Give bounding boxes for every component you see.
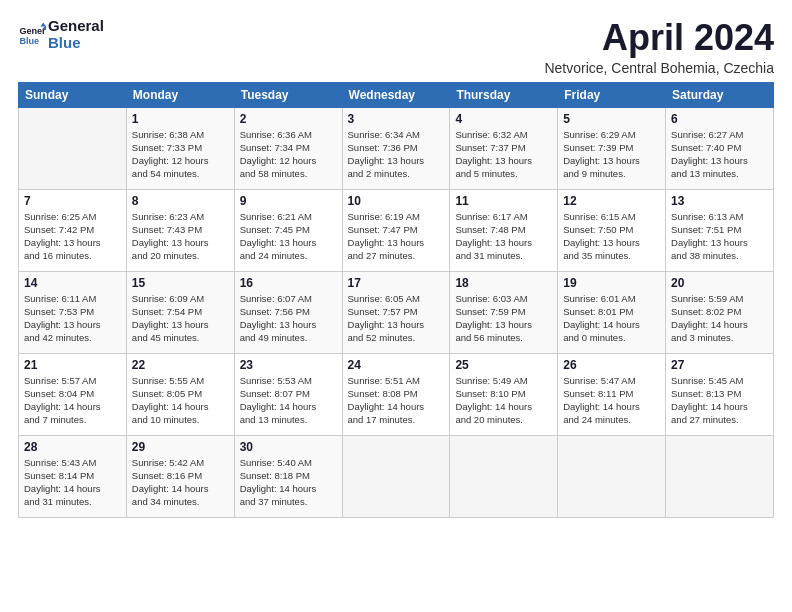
day-number: 28 — [24, 440, 121, 454]
calendar-cell: 6Sunrise: 6:27 AM Sunset: 7:40 PM Daylig… — [666, 107, 774, 189]
calendar-cell: 28Sunrise: 5:43 AM Sunset: 8:14 PM Dayli… — [19, 435, 127, 517]
calendar-cell: 10Sunrise: 6:19 AM Sunset: 7:47 PM Dayli… — [342, 189, 450, 271]
day-number: 13 — [671, 194, 768, 208]
day-number: 15 — [132, 276, 229, 290]
day-number: 12 — [563, 194, 660, 208]
day-info: Sunrise: 6:32 AM Sunset: 7:37 PM Dayligh… — [455, 128, 552, 181]
calendar-cell: 21Sunrise: 5:57 AM Sunset: 8:04 PM Dayli… — [19, 353, 127, 435]
logo-line2: Blue — [48, 35, 104, 52]
calendar-week-row: 28Sunrise: 5:43 AM Sunset: 8:14 PM Dayli… — [19, 435, 774, 517]
day-number: 30 — [240, 440, 337, 454]
day-info: Sunrise: 5:43 AM Sunset: 8:14 PM Dayligh… — [24, 456, 121, 509]
day-number: 6 — [671, 112, 768, 126]
day-info: Sunrise: 6:36 AM Sunset: 7:34 PM Dayligh… — [240, 128, 337, 181]
calendar-cell: 12Sunrise: 6:15 AM Sunset: 7:50 PM Dayli… — [558, 189, 666, 271]
day-info: Sunrise: 6:27 AM Sunset: 7:40 PM Dayligh… — [671, 128, 768, 181]
day-info: Sunrise: 6:07 AM Sunset: 7:56 PM Dayligh… — [240, 292, 337, 345]
calendar-cell — [558, 435, 666, 517]
day-number: 29 — [132, 440, 229, 454]
calendar-cell: 13Sunrise: 6:13 AM Sunset: 7:51 PM Dayli… — [666, 189, 774, 271]
svg-text:Blue: Blue — [19, 36, 39, 46]
calendar-cell: 23Sunrise: 5:53 AM Sunset: 8:07 PM Dayli… — [234, 353, 342, 435]
day-number: 21 — [24, 358, 121, 372]
calendar-cell: 18Sunrise: 6:03 AM Sunset: 7:59 PM Dayli… — [450, 271, 558, 353]
calendar-cell — [342, 435, 450, 517]
calendar-cell: 17Sunrise: 6:05 AM Sunset: 7:57 PM Dayli… — [342, 271, 450, 353]
day-info: Sunrise: 5:40 AM Sunset: 8:18 PM Dayligh… — [240, 456, 337, 509]
day-info: Sunrise: 6:11 AM Sunset: 7:53 PM Dayligh… — [24, 292, 121, 345]
calendar-week-row: 14Sunrise: 6:11 AM Sunset: 7:53 PM Dayli… — [19, 271, 774, 353]
calendar-cell: 5Sunrise: 6:29 AM Sunset: 7:39 PM Daylig… — [558, 107, 666, 189]
day-info: Sunrise: 5:47 AM Sunset: 8:11 PM Dayligh… — [563, 374, 660, 427]
calendar-cell: 4Sunrise: 6:32 AM Sunset: 7:37 PM Daylig… — [450, 107, 558, 189]
calendar-cell: 7Sunrise: 6:25 AM Sunset: 7:42 PM Daylig… — [19, 189, 127, 271]
calendar-cell: 2Sunrise: 6:36 AM Sunset: 7:34 PM Daylig… — [234, 107, 342, 189]
calendar-cell — [19, 107, 127, 189]
calendar-cell: 15Sunrise: 6:09 AM Sunset: 7:54 PM Dayli… — [126, 271, 234, 353]
header-day: Wednesday — [342, 82, 450, 107]
calendar-cell: 19Sunrise: 6:01 AM Sunset: 8:01 PM Dayli… — [558, 271, 666, 353]
day-number: 14 — [24, 276, 121, 290]
day-info: Sunrise: 6:34 AM Sunset: 7:36 PM Dayligh… — [348, 128, 445, 181]
month-title: April 2024 — [544, 18, 774, 58]
day-info: Sunrise: 6:01 AM Sunset: 8:01 PM Dayligh… — [563, 292, 660, 345]
calendar-week-row: 21Sunrise: 5:57 AM Sunset: 8:04 PM Dayli… — [19, 353, 774, 435]
calendar-cell: 14Sunrise: 6:11 AM Sunset: 7:53 PM Dayli… — [19, 271, 127, 353]
header-day: Friday — [558, 82, 666, 107]
day-number: 24 — [348, 358, 445, 372]
day-info: Sunrise: 5:49 AM Sunset: 8:10 PM Dayligh… — [455, 374, 552, 427]
day-info: Sunrise: 5:45 AM Sunset: 8:13 PM Dayligh… — [671, 374, 768, 427]
day-info: Sunrise: 6:13 AM Sunset: 7:51 PM Dayligh… — [671, 210, 768, 263]
day-number: 17 — [348, 276, 445, 290]
header-row: SundayMondayTuesdayWednesdayThursdayFrid… — [19, 82, 774, 107]
day-number: 3 — [348, 112, 445, 126]
calendar-cell: 30Sunrise: 5:40 AM Sunset: 8:18 PM Dayli… — [234, 435, 342, 517]
calendar-cell — [666, 435, 774, 517]
day-info: Sunrise: 6:15 AM Sunset: 7:50 PM Dayligh… — [563, 210, 660, 263]
day-info: Sunrise: 6:38 AM Sunset: 7:33 PM Dayligh… — [132, 128, 229, 181]
calendar-cell: 25Sunrise: 5:49 AM Sunset: 8:10 PM Dayli… — [450, 353, 558, 435]
title-block: April 2024 Netvorice, Central Bohemia, C… — [544, 18, 774, 76]
day-number: 7 — [24, 194, 121, 208]
logo: General Blue General Blue — [18, 18, 104, 51]
calendar-cell: 1Sunrise: 6:38 AM Sunset: 7:33 PM Daylig… — [126, 107, 234, 189]
day-number: 25 — [455, 358, 552, 372]
location: Netvorice, Central Bohemia, Czechia — [544, 60, 774, 76]
calendar-cell — [450, 435, 558, 517]
calendar-cell: 27Sunrise: 5:45 AM Sunset: 8:13 PM Dayli… — [666, 353, 774, 435]
svg-text:General: General — [19, 25, 46, 35]
calendar-cell: 8Sunrise: 6:23 AM Sunset: 7:43 PM Daylig… — [126, 189, 234, 271]
header-day: Tuesday — [234, 82, 342, 107]
header-day: Thursday — [450, 82, 558, 107]
day-info: Sunrise: 5:59 AM Sunset: 8:02 PM Dayligh… — [671, 292, 768, 345]
day-info: Sunrise: 6:29 AM Sunset: 7:39 PM Dayligh… — [563, 128, 660, 181]
calendar-cell: 3Sunrise: 6:34 AM Sunset: 7:36 PM Daylig… — [342, 107, 450, 189]
calendar-cell: 26Sunrise: 5:47 AM Sunset: 8:11 PM Dayli… — [558, 353, 666, 435]
day-number: 11 — [455, 194, 552, 208]
day-info: Sunrise: 5:53 AM Sunset: 8:07 PM Dayligh… — [240, 374, 337, 427]
logo-icon: General Blue — [18, 21, 46, 49]
calendar-week-row: 7Sunrise: 6:25 AM Sunset: 7:42 PM Daylig… — [19, 189, 774, 271]
day-number: 19 — [563, 276, 660, 290]
day-info: Sunrise: 6:17 AM Sunset: 7:48 PM Dayligh… — [455, 210, 552, 263]
calendar-cell: 9Sunrise: 6:21 AM Sunset: 7:45 PM Daylig… — [234, 189, 342, 271]
day-number: 1 — [132, 112, 229, 126]
day-number: 20 — [671, 276, 768, 290]
calendar-cell: 29Sunrise: 5:42 AM Sunset: 8:16 PM Dayli… — [126, 435, 234, 517]
day-info: Sunrise: 6:19 AM Sunset: 7:47 PM Dayligh… — [348, 210, 445, 263]
calendar-cell: 22Sunrise: 5:55 AM Sunset: 8:05 PM Dayli… — [126, 353, 234, 435]
day-number: 23 — [240, 358, 337, 372]
logo-line1: General — [48, 18, 104, 35]
day-number: 26 — [563, 358, 660, 372]
calendar-cell: 16Sunrise: 6:07 AM Sunset: 7:56 PM Dayli… — [234, 271, 342, 353]
day-info: Sunrise: 5:42 AM Sunset: 8:16 PM Dayligh… — [132, 456, 229, 509]
day-info: Sunrise: 5:57 AM Sunset: 8:04 PM Dayligh… — [24, 374, 121, 427]
header: General Blue General Blue April 2024 Net… — [18, 18, 774, 76]
day-info: Sunrise: 6:09 AM Sunset: 7:54 PM Dayligh… — [132, 292, 229, 345]
day-number: 8 — [132, 194, 229, 208]
day-info: Sunrise: 5:55 AM Sunset: 8:05 PM Dayligh… — [132, 374, 229, 427]
day-number: 2 — [240, 112, 337, 126]
calendar-cell: 20Sunrise: 5:59 AM Sunset: 8:02 PM Dayli… — [666, 271, 774, 353]
header-day: Saturday — [666, 82, 774, 107]
header-day: Monday — [126, 82, 234, 107]
